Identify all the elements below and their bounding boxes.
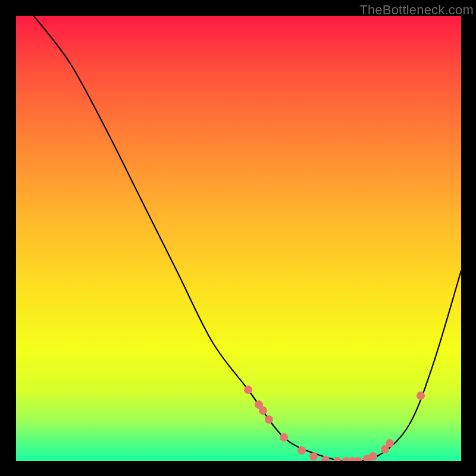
data-point xyxy=(265,415,273,424)
data-point xyxy=(280,433,288,441)
data-point xyxy=(244,386,252,394)
data-point xyxy=(298,446,306,455)
plot-area xyxy=(15,15,462,462)
chart-frame: TheBottleneck.com xyxy=(0,0,476,476)
data-point xyxy=(309,452,318,461)
data-point xyxy=(369,452,377,461)
data-point xyxy=(386,439,394,447)
curve-svg xyxy=(16,16,461,461)
data-point xyxy=(354,457,362,461)
data-point xyxy=(416,392,425,400)
watermark-text: TheBottleneck.com xyxy=(359,2,474,18)
data-point xyxy=(259,406,267,415)
data-point xyxy=(333,457,342,461)
bottleneck-curve xyxy=(34,16,461,461)
